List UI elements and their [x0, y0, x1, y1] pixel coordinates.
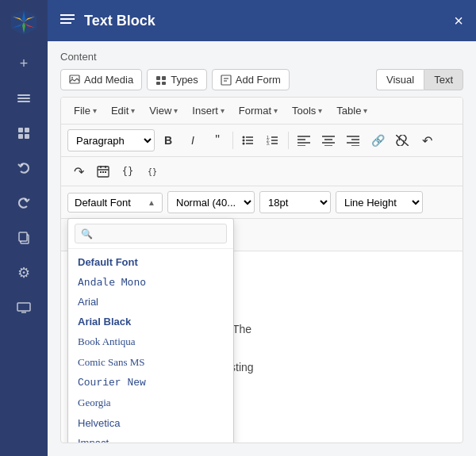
types-icon	[155, 75, 167, 86]
menu-table[interactable]: Table ▾	[330, 102, 374, 119]
add-form-button[interactable]: Add Form	[212, 69, 290, 90]
svg-point-32	[243, 140, 245, 142]
code-button[interactable]: {}	[117, 160, 139, 182]
sidebar-copy-icon[interactable]	[8, 222, 40, 254]
paragraph-select[interactable]: Paragraph Heading 1 Heading 2	[67, 129, 155, 151]
font-item-arial-black[interactable]: Arial Black	[68, 312, 233, 331]
align-right-icon	[347, 135, 359, 146]
font-weight-select[interactable]: Normal (40... Bold Light	[167, 191, 255, 213]
view-mode-buttons: Visual Text	[376, 69, 463, 90]
line-height-select[interactable]: Line Height 1.0 1.5 2.0	[336, 191, 423, 213]
svg-rect-26	[162, 82, 166, 85]
sidebar-layers-icon[interactable]	[8, 82, 40, 114]
font-item-comic-sans[interactable]: Comic Sans MS	[68, 352, 233, 373]
align-left-icon	[298, 135, 310, 146]
font-item-helvetica[interactable]: Helvetica	[68, 413, 233, 433]
sidebar-stack-icon[interactable]	[8, 117, 40, 149]
italic-button[interactable]: I	[182, 129, 204, 151]
svg-rect-59	[100, 171, 102, 173]
font-search-wrapper: 🔍	[75, 224, 227, 243]
menu-insert[interactable]: Insert ▾	[186, 102, 231, 119]
align-center-button[interactable]	[317, 129, 340, 151]
menu-edit[interactable]: Edit ▾	[105, 102, 141, 119]
align-left-button[interactable]	[293, 129, 315, 151]
font-list: Default Font Andale Mono Arial Arial Bla…	[68, 249, 233, 443]
insert-chevron-icon: ▾	[221, 106, 225, 115]
types-button[interactable]: Types	[147, 69, 207, 90]
svg-text:3.: 3.	[267, 141, 270, 146]
svg-rect-15	[19, 232, 27, 241]
font-item-courier-new[interactable]: Courier New	[68, 373, 233, 393]
svg-point-34	[243, 143, 245, 145]
svg-rect-11	[25, 128, 29, 132]
font-dropdown: 🔍 Default Font Andale Mono Arial Arial B…	[67, 218, 234, 443]
font-search-input[interactable]	[75, 224, 227, 243]
format-toolbar: Paragraph Heading 1 Heading 2 B I "	[61, 125, 463, 157]
view-chevron-icon: ▾	[174, 106, 178, 115]
font-item-impact[interactable]: Impact	[68, 433, 233, 443]
app-logo	[10, 8, 38, 36]
main-panel: Text Block × Content Add Media	[48, 0, 476, 456]
menu-tools[interactable]: Tools ▾	[286, 102, 328, 119]
numbered-list-icon: 1. 2. 3.	[267, 135, 279, 146]
sidebar: + ⚙	[0, 0, 48, 456]
menu-view[interactable]: View ▾	[143, 102, 184, 119]
content-area: Content Add Media	[48, 41, 476, 456]
svg-rect-25	[156, 82, 160, 85]
toolbar-divider-1	[232, 132, 233, 149]
svg-rect-60	[102, 171, 104, 173]
calendar-icon	[97, 165, 109, 178]
align-center-icon	[322, 135, 335, 146]
add-form-icon	[221, 75, 232, 86]
add-media-button[interactable]: Add Media	[60, 69, 142, 90]
font-size-select[interactable]: 18pt 12pt 14pt 16pt 20pt 24pt	[259, 191, 331, 213]
numbered-list-button[interactable]: 1. 2. 3.	[262, 129, 284, 151]
visual-view-button[interactable]: Visual	[376, 69, 424, 90]
text-view-button[interactable]: Text	[424, 69, 463, 90]
content-toolbar: Add Media Types	[60, 69, 463, 90]
content-label: Content	[60, 51, 463, 63]
svg-rect-12	[18, 134, 23, 139]
calendar-button[interactable]	[92, 160, 114, 182]
font-item-georgia[interactable]: Georgia	[68, 393, 233, 413]
quote-button[interactable]: "	[206, 129, 228, 151]
sidebar-add-icon[interactable]: +	[8, 48, 40, 79]
align-right-button[interactable]	[342, 129, 364, 151]
menu-file[interactable]: File ▾	[67, 102, 103, 119]
unlink-icon	[396, 135, 409, 146]
sidebar-undo-icon[interactable]	[8, 152, 40, 184]
sidebar-redo-icon[interactable]	[8, 187, 40, 219]
title-bar-title: Text Block	[84, 13, 444, 29]
font-family-select[interactable]: Default Font ▲	[67, 193, 163, 213]
add-media-icon	[69, 75, 80, 86]
sidebar-display-icon[interactable]	[8, 292, 40, 324]
unlink-button[interactable]	[391, 129, 413, 151]
svg-point-22	[71, 77, 73, 79]
table-chevron-icon: ▾	[363, 106, 367, 115]
link-button[interactable]: 🔗	[367, 129, 389, 151]
redo-button[interactable]: ↷	[67, 160, 90, 182]
bold-button[interactable]: B	[157, 129, 179, 151]
svg-rect-23	[156, 76, 160, 80]
font-item-andale-mono[interactable]: Andale Mono	[68, 272, 233, 292]
close-button[interactable]: ×	[454, 13, 463, 29]
font-item-book-antiqua[interactable]: Book Antiqua	[68, 331, 233, 352]
svg-rect-13	[25, 134, 29, 139]
svg-rect-10	[18, 128, 23, 132]
menu-format[interactable]: Format ▾	[232, 102, 284, 119]
bullet-list-button[interactable]	[237, 129, 259, 151]
svg-rect-16	[17, 303, 30, 311]
format-chevron-icon: ▾	[274, 106, 278, 115]
svg-rect-9	[17, 101, 30, 102]
font-toolbar: Default Font ▲ Normal (40... Bold Light …	[61, 186, 463, 219]
undo-button[interactable]: ↶	[416, 129, 438, 151]
content-header: Content Add Media	[48, 41, 476, 97]
font-item-arial[interactable]: Arial	[68, 292, 233, 312]
file-chevron-icon: ▾	[93, 106, 97, 115]
editor-container: File ▾ Edit ▾ View ▾ Insert ▾ Format ▾	[60, 97, 463, 443]
svg-rect-61	[105, 171, 106, 173]
small-code-button[interactable]: {}	[141, 160, 163, 182]
svg-rect-24	[162, 76, 166, 80]
font-item-default[interactable]: Default Font	[68, 252, 233, 272]
sidebar-settings-icon[interactable]: ⚙	[8, 257, 40, 289]
